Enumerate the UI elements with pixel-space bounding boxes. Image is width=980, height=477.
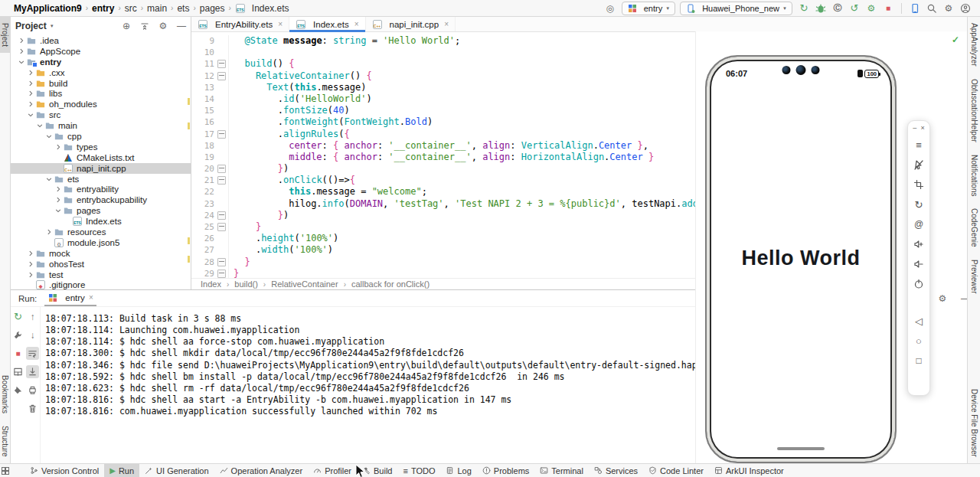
stop-button[interactable]: ■ (11, 347, 24, 360)
attach-button[interactable]: ⚙ (864, 2, 878, 15)
tree-item-resources[interactable]: resources (11, 227, 191, 237)
editor-breadcrumb-item[interactable]: callback for onClick() (351, 279, 430, 289)
breadcrumb-item[interactable]: ets (177, 3, 189, 14)
statusbar-item-profiler[interactable]: Profiler (308, 464, 357, 477)
tool-window-button-bookmarks[interactable]: Bookmarks (0, 369, 10, 420)
chevron-down-icon[interactable] (26, 112, 35, 118)
layout-button[interactable] (11, 365, 24, 378)
touch-disable-button[interactable] (910, 155, 927, 175)
fold-marker-icon[interactable] (214, 210, 229, 221)
chevron-right-icon[interactable] (26, 272, 35, 278)
tree-item--cxx[interactable]: .cxx (11, 67, 191, 78)
down-button[interactable]: ↓ (26, 328, 39, 341)
chevron-right-icon[interactable] (26, 250, 35, 256)
tool-window-switcher-icon[interactable] (0, 467, 11, 475)
orientation-button[interactable]: @ (910, 214, 927, 234)
chevron-right-icon[interactable] (26, 90, 35, 96)
chevron-down-icon[interactable] (44, 133, 54, 139)
statusbar-item-todo[interactable]: ≡TODO (397, 464, 440, 477)
rotate-button[interactable]: ↻ (910, 194, 927, 214)
chevron-down-icon[interactable] (44, 176, 54, 182)
menu-button[interactable]: ≡ (910, 135, 927, 155)
hide-button[interactable]: — (175, 20, 188, 32)
wrench-button[interactable] (11, 328, 24, 341)
scroll-end-button[interactable] (26, 365, 39, 378)
tree-item-oh-modules[interactable]: oh_modules (11, 99, 191, 109)
settings-button[interactable]: ⚙ (936, 292, 949, 305)
tree-item-appscope[interactable]: AppScope (11, 46, 191, 57)
close-icon[interactable]: × (920, 124, 924, 132)
device-manager-button[interactable] (908, 2, 922, 15)
volume-up-button[interactable] (910, 234, 927, 254)
tool-window-button-project[interactable]: Project (0, 17, 10, 53)
close-icon[interactable]: × (278, 20, 283, 28)
statusbar-item-version-control[interactable]: Version Control (24, 464, 104, 477)
chevron-right-icon[interactable] (17, 38, 26, 44)
home-button[interactable]: ○ (910, 331, 927, 351)
tree-item-napi-init-cpp[interactable]: C++napi_init.cpp (11, 163, 191, 174)
chevron-down-icon[interactable] (54, 207, 63, 214)
statusbar-item-run[interactable]: ▶Run (104, 464, 139, 477)
editor-breadcrumb-item[interactable]: build() (234, 279, 258, 289)
tree-item-main[interactable]: main (11, 120, 191, 131)
tool-window-button-device-file-browser[interactable]: Device File Browser (969, 383, 979, 463)
collapse-all-button[interactable] (139, 20, 151, 32)
chevron-down-icon[interactable] (35, 123, 44, 129)
restart-button[interactable]: ↺ (848, 2, 861, 15)
minimize-icon[interactable]: – (913, 124, 916, 132)
tree-item-module-json5[interactable]: {}module.json5 (11, 237, 191, 248)
chevron-right-icon[interactable] (26, 261, 35, 267)
tree-item-libs[interactable]: libs (11, 88, 191, 99)
statusbar-item-ui-generation[interactable]: UI Generation (139, 464, 214, 477)
tree-item-cmakelists-txt[interactable]: CMakeLists.txt (11, 152, 191, 163)
run-config-select[interactable]: entry ▼ (622, 2, 675, 15)
tree-item-types[interactable]: types (11, 142, 191, 152)
fold-marker-icon[interactable] (214, 175, 229, 186)
tree-item-ohostest[interactable]: ohosTest (11, 259, 191, 270)
print-button[interactable] (26, 384, 39, 397)
settings-sync-icon[interactable]: ◎ (603, 2, 617, 15)
search-button[interactable] (925, 2, 939, 15)
fold-marker-icon[interactable] (214, 221, 229, 233)
tree-item-pages[interactable]: pages (11, 205, 191, 216)
statusbar-item-problems[interactable]: Problems (477, 464, 534, 477)
project-panel-title[interactable]: Project (15, 21, 47, 31)
tree-item-mock[interactable]: mock (11, 248, 191, 259)
editor-tab-entryability-ets[interactable]: ETSEntryAbility.ets× (191, 17, 289, 31)
chevron-right-icon[interactable] (26, 80, 35, 87)
tool-window-button-notifications[interactable]: Notifications (969, 149, 979, 202)
statusbar-item-operation-analyzer[interactable]: Operation Analyzer (214, 464, 309, 477)
statusbar-item-services[interactable]: Services (589, 464, 643, 477)
statusbar-item-terminal[interactable]: Terminal (534, 464, 589, 477)
editor-tab-napi-init-cpp[interactable]: C++napi_init.cpp× (366, 17, 456, 31)
chevron-right-icon[interactable] (26, 101, 35, 107)
coverage-button[interactable]: Ⓒ (831, 2, 844, 15)
pin-button[interactable] (11, 384, 24, 397)
device-select[interactable]: Huawei_Phone_new ▼ (680, 2, 792, 15)
settings-button[interactable]: ⚙ (942, 2, 956, 15)
chevron-right-icon[interactable] (54, 197, 63, 203)
close-icon[interactable]: × (89, 293, 93, 302)
tree-item--idea[interactable]: .idea (11, 35, 191, 46)
chevron-right-icon[interactable] (54, 186, 63, 192)
tree-item-build[interactable]: build (11, 78, 191, 89)
tree-item-ets[interactable]: ets (11, 174, 191, 185)
back-button[interactable]: ◁ (910, 311, 927, 331)
close-icon[interactable]: × (354, 20, 359, 28)
chevron-right-icon[interactable] (17, 48, 26, 54)
tree-item-index-ets[interactable]: ETSIndex.ets (11, 216, 191, 227)
up-button[interactable]: ↑ (26, 310, 39, 323)
breadcrumb-item[interactable]: Index.ets (252, 3, 289, 14)
tool-window-button-appanalyzer[interactable]: AppAnalyzer (969, 17, 979, 73)
chevron-right-icon[interactable] (26, 70, 35, 76)
tree-item-entry[interactable]: entry (11, 57, 191, 67)
run-console[interactable]: 18:07:18.113: Build task in 3 s 88 ms18:… (41, 307, 697, 464)
fold-marker-icon[interactable] (214, 163, 229, 175)
chevron-right-icon[interactable] (44, 229, 54, 235)
tree-item--gitignore[interactable]: ◆.gitignore (11, 279, 191, 289)
editor-tab-index-ets[interactable]: ETSIndex.ets× (289, 17, 366, 31)
account-button[interactable] (959, 2, 972, 15)
tree-item-cpp[interactable]: cpp (11, 131, 191, 142)
breadcrumb-item[interactable]: main (147, 3, 167, 14)
breadcrumb-item[interactable]: MyApplication9 (14, 3, 82, 14)
